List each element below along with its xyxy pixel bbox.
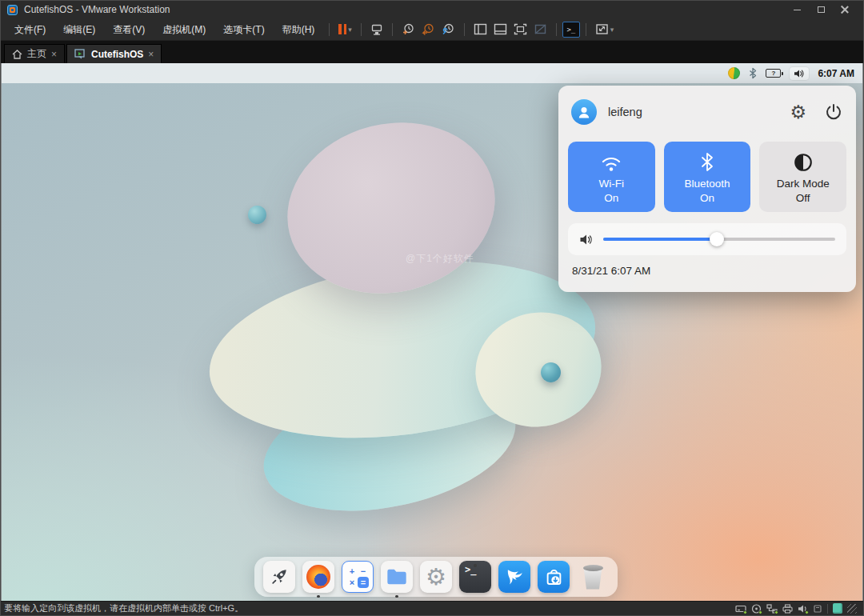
dock-settings[interactable]: ⚙ — [420, 561, 452, 593]
network-status-icon[interactable] — [766, 604, 778, 614]
menu-vm[interactable]: 虚拟机(M) — [154, 18, 214, 41]
bluetooth-toggle[interactable]: Bluetooth On — [664, 142, 751, 212]
tab-vm-label: CutefishOS — [91, 49, 143, 60]
dock-thunder[interactable] — [498, 561, 530, 593]
vm-topbar: ? 6:07 AM — [2, 63, 862, 83]
fullscreen-button[interactable] — [510, 20, 530, 39]
settings-wheel-icon: ⚙ — [426, 566, 446, 589]
chevron-down-icon[interactable]: ▾ — [610, 26, 614, 34]
sidebar-panel-icon — [474, 23, 487, 35]
dock-app-store[interactable] — [538, 561, 570, 593]
volume-row — [568, 223, 846, 255]
menu-tabs[interactable]: 选项卡(T) — [214, 18, 273, 41]
manage-snapshots-button[interactable] — [438, 20, 458, 39]
close-button[interactable] — [833, 2, 857, 18]
menu-file[interactable]: 文件(F) — [6, 18, 54, 41]
input-method-icon[interactable] — [728, 67, 740, 79]
dark-mode-icon — [793, 152, 814, 173]
dock-launcher[interactable] — [263, 561, 295, 593]
sound-status-icon[interactable] — [798, 604, 808, 614]
pause-vm-button[interactable]: ▾ — [335, 20, 355, 39]
unity-disabled-icon — [534, 23, 547, 35]
device-icon — [370, 23, 383, 36]
console-view-button[interactable]: >_ — [562, 22, 580, 38]
vmware-statusbar: 要将输入定向到该虚拟机，请在虚拟机内部单击或按 Ctrl+G。 — [1, 601, 863, 615]
show-library-button[interactable] — [470, 20, 490, 39]
bluetooth-icon — [700, 151, 714, 173]
shopping-bag-download-icon — [543, 566, 565, 588]
dock: +− ×= ⚙ >_ — [254, 557, 618, 597]
chevron-down-icon[interactable]: ▾ — [348, 26, 352, 34]
dock-firefox[interactable] — [302, 561, 334, 593]
revert-clock-icon — [422, 22, 435, 36]
dark-mode-toggle[interactable]: Dark Mode Off — [759, 142, 846, 212]
tabbar: 主页 × CutefishOS × — [1, 41, 863, 63]
usb-device-status-icon[interactable] — [813, 604, 822, 614]
firefox-icon — [306, 565, 330, 589]
snapshot-wrench-icon — [442, 22, 455, 36]
toolbar-separator — [329, 23, 330, 36]
bluetooth-status: On — [700, 191, 714, 205]
unity-mode-button[interactable] — [530, 20, 550, 39]
rocket-icon — [269, 566, 290, 587]
volume-slider[interactable] — [603, 238, 835, 241]
tab-close-icon[interactable]: × — [51, 49, 57, 60]
wifi-status: On — [604, 191, 618, 205]
revert-snapshot-button[interactable] — [418, 20, 438, 39]
pause-icon — [338, 24, 346, 34]
home-icon — [12, 50, 22, 59]
minimize-button[interactable] — [785, 2, 809, 18]
bluetooth-status-icon[interactable] — [749, 67, 757, 79]
show-thumbnail-bar-button[interactable] — [490, 20, 510, 39]
take-snapshot-button[interactable] — [398, 20, 418, 39]
resize-icon — [595, 23, 609, 35]
battery-icon[interactable]: ? — [766, 69, 781, 78]
cdrom-status-icon[interactable] — [751, 604, 762, 614]
vmware-window: CutefishOS - VMware Workstation 文件(F) 编辑… — [0, 0, 864, 616]
power-icon[interactable] — [824, 102, 843, 122]
calculator-icon: +− ×= — [346, 566, 369, 588]
clock-label[interactable]: 6:07 AM — [818, 68, 854, 79]
trash-icon — [583, 565, 603, 590]
menu-edit[interactable]: 编辑(E) — [54, 18, 104, 41]
wifi-label: Wi-Fi — [599, 177, 624, 190]
dock-file-manager[interactable] — [381, 561, 413, 593]
person-icon — [576, 104, 592, 120]
dock-terminal[interactable]: >_ — [459, 561, 491, 593]
wifi-icon — [599, 154, 623, 173]
maximize-button[interactable] — [809, 2, 833, 18]
status-message: 要将输入定向到该虚拟机，请在虚拟机内部单击或按 Ctrl+G。 — [4, 602, 243, 614]
dock-calculator[interactable]: +− ×= — [342, 561, 374, 593]
user-avatar[interactable] — [571, 99, 597, 125]
resize-grip[interactable] — [847, 604, 857, 614]
volume-slider-thumb[interactable] — [710, 232, 724, 246]
dock-trash[interactable] — [577, 561, 609, 593]
wifi-toggle[interactable]: Wi-Fi On — [568, 142, 655, 212]
vm-viewport[interactable]: @下1个好软件 ? 6:07 AM leifeng ⚙ — [1, 63, 863, 601]
message-log-icon[interactable] — [833, 603, 842, 614]
tab-home-label: 主页 — [27, 47, 46, 61]
fullscreen-icon — [514, 23, 527, 35]
volume-icon — [793, 69, 806, 78]
folder-icon — [386, 567, 408, 586]
menu-view[interactable]: 查看(V) — [104, 18, 154, 41]
fit-guest-button[interactable]: ▾ — [592, 20, 618, 39]
tab-close-icon[interactable]: × — [148, 49, 154, 60]
window-title: CutefishOS - VMware Workstation — [24, 4, 170, 15]
bird-icon — [504, 566, 525, 587]
status-separator — [827, 604, 828, 614]
vmware-logo-icon — [7, 5, 18, 15]
bluetooth-label: Bluetooth — [684, 177, 730, 190]
tab-home[interactable]: 主页 × — [4, 44, 65, 63]
titlebar: CutefishOS - VMware Workstation — [1, 1, 863, 18]
user-row: leifeng ⚙ — [571, 98, 843, 126]
speaker-icon — [579, 234, 594, 246]
send-ctrl-alt-del-button[interactable] — [367, 20, 386, 39]
printer-status-icon[interactable] — [782, 604, 793, 614]
menu-help[interactable]: 帮助(H) — [274, 18, 324, 41]
settings-gear-icon[interactable]: ⚙ — [790, 103, 806, 122]
wallpaper-sphere-right — [541, 362, 561, 382]
volume-status-button[interactable] — [790, 67, 809, 80]
hard-disk-status-icon[interactable] — [735, 604, 746, 614]
tab-cutefishos[interactable]: CutefishOS × — [66, 44, 162, 63]
